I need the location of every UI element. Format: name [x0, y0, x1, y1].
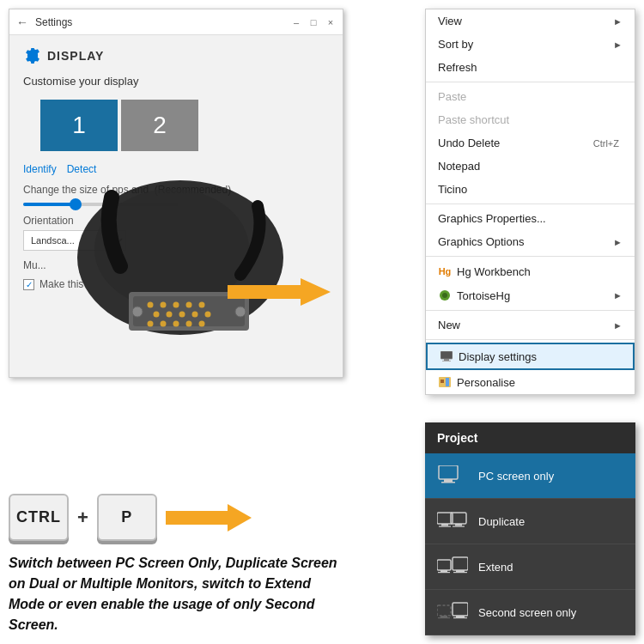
submenu-arrow-icon: ► [613, 320, 623, 331]
separator [426, 82, 635, 82]
monitor-1[interactable]: 1 [40, 100, 118, 151]
svg-rect-34 [441, 524, 448, 526]
extend-label: Extend [478, 561, 513, 574]
personalise-icon [438, 375, 452, 389]
separator [426, 339, 635, 340]
pc-screen-only-label: PC screen only [478, 470, 554, 483]
context-menu-graphics-options[interactable]: Graphics Options ► [426, 230, 635, 253]
second-screen-label: Second screen only [478, 606, 576, 619]
submenu-arrow-icon: ► [613, 39, 623, 50]
context-menu-hg-workbench[interactable]: Hg Hg Workbench [426, 259, 635, 283]
svg-rect-29 [446, 378, 449, 386]
context-menu-tortoisehg[interactable]: TortoiseHg ► [426, 283, 635, 307]
svg-marker-51 [166, 504, 252, 532]
context-menu-graphics-properties[interactable]: Graphics Properties... [426, 207, 635, 230]
p-key: P [97, 494, 157, 541]
svg-point-13 [205, 312, 211, 318]
context-menu-paste-shortcut[interactable]: Paste shortcut [426, 108, 635, 131]
svg-point-9 [154, 312, 160, 318]
svg-rect-38 [453, 526, 465, 527]
svg-point-17 [186, 321, 192, 327]
svg-rect-32 [441, 482, 455, 483]
context-menu-paste[interactable]: Paste [426, 85, 635, 108]
project-panel: Project PC screen only Duplicate [425, 422, 635, 635]
keyboard-shortcut-row: CTRL + P [9, 494, 343, 541]
identify-link[interactable]: Identify [23, 163, 57, 175]
context-menu-view[interactable]: View ► [426, 9, 635, 33]
svg-point-10 [167, 312, 173, 318]
monitor-preview: 1 2 [40, 100, 329, 151]
svg-rect-28 [440, 380, 444, 383]
separator [426, 310, 635, 311]
submenu-arrow-icon: ► [613, 16, 623, 27]
svg-point-19 [132, 307, 143, 317]
context-menu-display-settings[interactable]: Display settings [426, 343, 635, 370]
project-item-second-screen[interactable]: Second screen only [425, 590, 635, 635]
close-button[interactable]: × [325, 17, 336, 27]
svg-point-8 [199, 302, 205, 308]
project-item-extend[interactable]: Extend [425, 544, 635, 590]
ctrl-key: CTRL [9, 494, 69, 541]
svg-rect-50 [453, 617, 467, 618]
monitor-2[interactable]: 2 [121, 100, 198, 151]
svg-point-15 [161, 321, 167, 327]
svg-rect-25 [444, 359, 449, 361]
svg-rect-43 [456, 570, 465, 572]
tortoise-icon [438, 289, 452, 302]
separator [426, 256, 635, 257]
svg-rect-44 [453, 572, 467, 573]
svg-point-14 [148, 321, 154, 327]
context-menu-notepad[interactable]: Notepad [426, 155, 635, 178]
svg-rect-30 [439, 465, 458, 479]
project-item-pc-screen-only[interactable]: PC screen only [425, 453, 635, 499]
svg-rect-39 [437, 560, 451, 570]
submenu-arrow-icon: ► [613, 290, 623, 301]
svg-rect-35 [439, 526, 451, 527]
svg-rect-46 [440, 616, 447, 617]
plus-symbol: + [77, 507, 88, 529]
context-menu-personalise[interactable]: Personalise [426, 370, 635, 394]
svg-marker-21 [228, 278, 331, 306]
svg-point-6 [173, 302, 179, 308]
maximize-button[interactable]: □ [308, 17, 319, 27]
svg-point-16 [173, 321, 179, 327]
svg-rect-31 [444, 479, 453, 482]
project-panel-title: Project [425, 422, 635, 453]
gear-icon [23, 47, 40, 64]
minimize-button[interactable]: – [291, 17, 301, 27]
customise-label: Customise your display [23, 75, 329, 88]
vga-cable-image [69, 163, 309, 352]
context-menu-undo-delete[interactable]: Undo Delete Ctrl+Z [426, 131, 635, 155]
titlebar: ← Settings – □ × [9, 9, 343, 35]
display-icon [440, 349, 453, 363]
svg-point-5 [161, 302, 167, 308]
project-item-duplicate[interactable]: Duplicate [425, 499, 635, 544]
description-text: Switch between PC Screen Only, Duplicate… [9, 553, 343, 635]
svg-rect-41 [438, 572, 450, 573]
svg-point-11 [179, 312, 185, 318]
hg-icon: Hg [438, 264, 452, 278]
separator [426, 204, 635, 204]
svg-rect-40 [440, 570, 447, 572]
svg-rect-48 [453, 603, 468, 616]
svg-rect-42 [453, 557, 468, 570]
svg-rect-49 [456, 616, 465, 617]
arrow-to-context-menu [228, 275, 331, 313]
back-button[interactable]: ← [16, 15, 28, 29]
bottom-section: CTRL + P Switch between PC Screen Only, … [9, 494, 343, 635]
context-menu-new[interactable]: New ► [426, 313, 635, 337]
context-menu-refresh[interactable]: Refresh [426, 56, 635, 79]
context-menu-sortby[interactable]: Sort by ► [426, 33, 635, 56]
svg-point-23 [442, 293, 447, 298]
svg-rect-24 [440, 351, 453, 359]
submenu-arrow-icon: ► [613, 237, 623, 247]
display-title: DISPLAY [47, 49, 104, 63]
svg-rect-47 [438, 617, 450, 618]
extend-icon [437, 556, 468, 577]
make-this-checkbox[interactable]: ✓ [23, 279, 34, 290]
duplicate-icon [437, 511, 468, 532]
svg-rect-45 [437, 605, 451, 616]
context-menu-ticino[interactable]: Ticino [426, 178, 635, 201]
svg-rect-26 [442, 361, 451, 361]
orange-arrow-icon [166, 501, 252, 535]
